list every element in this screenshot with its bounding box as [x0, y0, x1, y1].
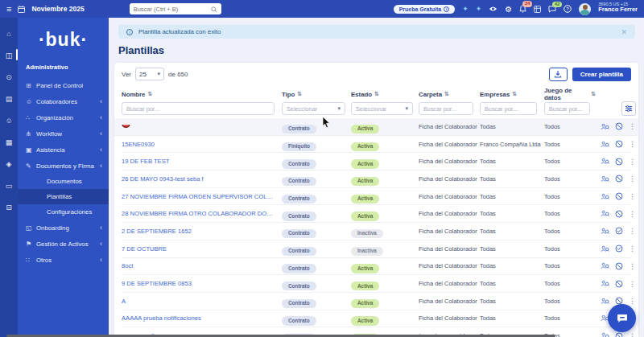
preview-as-user-icon[interactable]: [601, 262, 609, 269]
period-label[interactable]: Noviembre 2025: [31, 5, 84, 13]
deactivate-icon[interactable]: [615, 175, 623, 183]
table-row[interactable]: 15ENE0930 Finiquito Activa Ficha del Col…: [122, 136, 631, 154]
kebab-menu-icon[interactable]: ⋮: [629, 122, 636, 130]
filter-empresas-input[interactable]: [480, 102, 537, 115]
kebab-menu-icon[interactable]: ⋮: [629, 210, 636, 218]
table-row[interactable]: 19 DE FEB TEST Contrato Activa Ficha del…: [122, 153, 631, 171]
table-row[interactable]: 28 NOVIEMBRE FIRMA OTRO COLABORADOR DOCU…: [122, 205, 631, 223]
filter-carpeta-input[interactable]: [419, 102, 473, 115]
column-settings-button[interactable]: [621, 101, 636, 116]
kebab-menu-icon[interactable]: ⋮: [629, 332, 636, 337]
sidebar-item[interactable]: ⋔ Workflow ‹: [18, 125, 109, 142]
user-name[interactable]: Franco Ferrer: [598, 6, 638, 13]
deactivate-icon[interactable]: [615, 192, 623, 200]
template-name-link[interactable]: 9 DE SEPTIEMBRE 0853: [122, 280, 192, 287]
kebab-menu-icon[interactable]: ⋮: [629, 262, 636, 270]
gear-icon[interactable]: ⚙: [505, 5, 512, 14]
preview-as-user-icon[interactable]: [601, 210, 609, 217]
template-name-link[interactable]: 19 DE FEB TEST: [122, 158, 169, 165]
deactivate-icon[interactable]: [615, 158, 623, 166]
deactivate-icon[interactable]: [615, 262, 623, 270]
sort-icon[interactable]: ⇅: [374, 91, 379, 97]
eye-icon[interactable]: [489, 6, 497, 12]
table-row[interactable]: A Contrato Activa Ficha del Colaborador …: [122, 293, 631, 310]
template-name-link[interactable]: 26 DE MAYO 0943-test seba f: [122, 175, 204, 183]
menu-icon[interactable]: ≡: [6, 4, 11, 14]
ai-sparkle-icon[interactable]: ✦: [462, 5, 469, 13]
preview-as-user-icon[interactable]: [601, 175, 609, 183]
kebab-menu-icon[interactable]: ⋮: [629, 140, 636, 148]
create-template-button[interactable]: Crear plantilla: [572, 68, 631, 81]
sidebar-item[interactable]: ▣ Asistencia ‹: [18, 142, 109, 158]
table-row[interactable]: 2 DE SEPTIEMBRE 1652 Contrato Inactiva F…: [122, 223, 631, 240]
table-row[interactable]: 27 NOVIEMBRE FIRMA ORDEN SUPERVISOR COLA…: [122, 188, 631, 206]
kebab-menu-icon[interactable]: ⋮: [629, 297, 636, 305]
template-name-link[interactable]: 2 DE SEPTIEMBRE 1652: [122, 228, 192, 235]
sidebar-item[interactable]: ∴ Organización ‹: [18, 109, 109, 125]
sidebar-item[interactable]: ⚑ Gestión de Activos ‹: [18, 236, 109, 252]
user-avatar[interactable]: [579, 3, 591, 15]
sidebar-item[interactable]: Documentos: [18, 174, 109, 189]
deactivate-icon[interactable]: [615, 332, 623, 337]
sidebar-item[interactable]: Configuraciones: [18, 204, 109, 220]
preview-as-user-icon[interactable]: [601, 141, 609, 148]
sort-icon[interactable]: ⇅: [591, 91, 596, 97]
sidebar-item[interactable]: ⊞ Panel de Control: [18, 77, 109, 93]
table-row[interactable]: 26 DE MAYO 0943-test seba f Contrato Act…: [122, 171, 631, 188]
activate-icon[interactable]: [615, 227, 623, 235]
chat-fab-button[interactable]: [608, 304, 636, 332]
deactivate-icon[interactable]: [615, 210, 623, 218]
kebab-menu-icon[interactable]: ⋮: [629, 192, 636, 200]
template-name-link[interactable]: 15ENE0930: [122, 141, 155, 148]
sidebar-item[interactable]: ◱ Onboarding ‹: [18, 220, 109, 236]
close-icon[interactable]: ✕: [621, 28, 627, 36]
table-row[interactable]: AAAAA prueba notificaciones Contrato Act…: [122, 310, 631, 328]
filter-tipo-select[interactable]: Seleccionar▾: [282, 102, 345, 115]
template-name-link[interactable]: 8oct: [122, 262, 133, 269]
activate-icon[interactable]: [615, 245, 623, 253]
sort-icon[interactable]: ⇅: [147, 91, 152, 97]
kebab-menu-icon[interactable]: ⋮: [629, 175, 636, 183]
template-name-link[interactable]: 27 NOVIEMBRE FIRMA ORDEN SUPERVISOR COLA…: [122, 193, 282, 200]
template-name-link[interactable]: 28 NOVIEMBRE FIRMA OTRO COLABORADOR DOCU…: [122, 210, 282, 217]
sort-icon[interactable]: ⇅: [444, 91, 449, 97]
sort-icon[interactable]: ⇅: [512, 91, 517, 97]
trial-button[interactable]: Prueba Gratuita i: [394, 5, 456, 14]
table-row[interactable]: 7 DE OCTUBRE Contrato Inactiva Ficha del…: [122, 240, 631, 258]
page-size-select[interactable]: 25 ▾: [135, 68, 164, 80]
preview-as-user-icon[interactable]: [601, 245, 609, 253]
kebab-menu-icon[interactable]: ⋮: [629, 227, 636, 235]
table-row[interactable]: 8oct Contrato Activa Ficha del Colaborad…: [122, 258, 631, 276]
bell-icon[interactable]: 34: [519, 5, 526, 13]
sidebar-item[interactable]: ☺ Colaboradores ‹: [18, 93, 109, 109]
preview-as-user-icon[interactable]: [601, 123, 609, 130]
apps-grid-icon[interactable]: [534, 6, 541, 13]
kebab-menu-icon[interactable]: ⋮: [629, 245, 636, 253]
preview-as-user-icon[interactable]: [601, 193, 609, 200]
template-name-link[interactable]: AAAAA prueba notificaciones: [122, 314, 201, 322]
sort-icon[interactable]: ⇅: [297, 91, 302, 97]
download-button[interactable]: [549, 68, 568, 81]
table-row[interactable]: 9 DE SEPTIEMBRE 0853 Contrato Activa Fic…: [122, 275, 631, 293]
filter-juego-input[interactable]: [544, 102, 590, 115]
preview-as-user-icon[interactable]: [601, 332, 609, 337]
template-name-link[interactable]: A: [122, 298, 126, 305]
preview-as-user-icon[interactable]: [601, 280, 609, 287]
sidebar-item[interactable]: Plantillas: [18, 189, 109, 204]
deactivate-icon[interactable]: [615, 140, 623, 148]
ai-sparkle-icon-2[interactable]: ✦: [476, 5, 482, 13]
sidebar-item[interactable]: ∷ Otros ‹: [18, 252, 109, 268]
search-icon[interactable]: [211, 2, 217, 16]
search-input[interactable]: [134, 6, 211, 13]
preview-as-user-icon[interactable]: [601, 298, 609, 305]
kebab-menu-icon[interactable]: ⋮: [629, 280, 636, 288]
table-row[interactable]: Contrato Activa Ficha del Colaborador To…: [114, 118, 638, 136]
kebab-menu-icon[interactable]: ⋮: [629, 158, 636, 166]
deactivate-icon[interactable]: [615, 280, 623, 288]
sidebar-item[interactable]: ✎ Documentos y Firma ‹: [18, 158, 109, 174]
preview-as-user-icon[interactable]: [601, 158, 609, 165]
filter-nombre-input[interactable]: [122, 102, 275, 115]
template-name-link[interactable]: 7 DE OCTUBRE: [122, 245, 167, 253]
calendar-icon[interactable]: [18, 6, 25, 13]
filter-estado-select[interactable]: Seleccionar▾: [351, 102, 413, 115]
